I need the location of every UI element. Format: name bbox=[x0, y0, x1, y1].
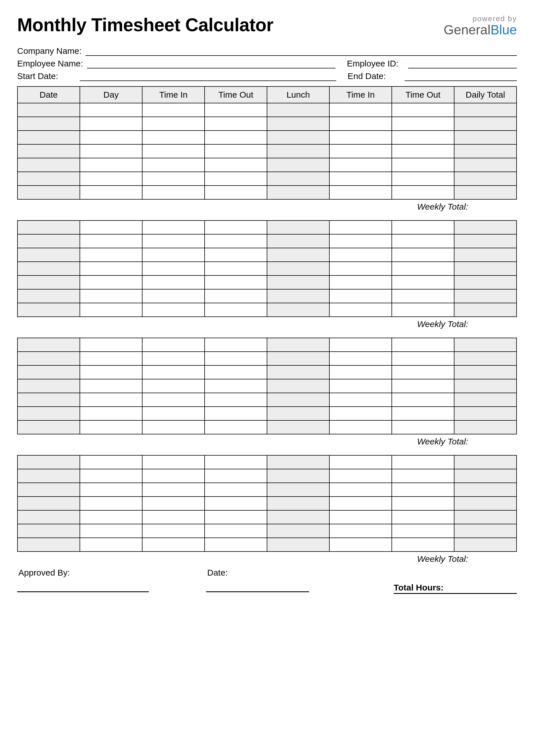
table-cell[interactable] bbox=[80, 117, 142, 131]
table-cell[interactable] bbox=[142, 289, 205, 303]
table-cell[interactable] bbox=[17, 262, 80, 276]
table-cell[interactable] bbox=[267, 338, 329, 352]
table-cell[interactable] bbox=[392, 510, 454, 524]
table-cell[interactable] bbox=[454, 117, 517, 131]
table-cell[interactable] bbox=[267, 248, 329, 262]
table-cell[interactable] bbox=[205, 365, 267, 379]
table-cell[interactable] bbox=[205, 262, 267, 276]
table-cell[interactable] bbox=[267, 144, 329, 158]
company-name-field[interactable] bbox=[86, 47, 517, 56]
table-cell[interactable] bbox=[17, 289, 80, 303]
table-cell[interactable] bbox=[392, 144, 454, 158]
table-cell[interactable] bbox=[142, 510, 205, 524]
table-cell[interactable] bbox=[17, 131, 80, 144]
table-cell[interactable] bbox=[392, 303, 454, 317]
table-cell[interactable] bbox=[80, 524, 142, 538]
table-cell[interactable] bbox=[329, 393, 392, 407]
table-cell[interactable] bbox=[392, 469, 454, 483]
table-cell[interactable] bbox=[392, 365, 454, 379]
table-cell[interactable] bbox=[454, 538, 517, 552]
footer-date-line[interactable] bbox=[206, 591, 309, 592]
table-cell[interactable] bbox=[454, 221, 517, 234]
table-cell[interactable] bbox=[267, 117, 329, 131]
table-cell[interactable] bbox=[267, 186, 329, 199]
total-hours-field[interactable] bbox=[445, 585, 517, 594]
table-cell[interactable] bbox=[267, 365, 329, 379]
table-cell[interactable] bbox=[142, 379, 205, 393]
table-cell[interactable] bbox=[329, 103, 392, 117]
table-cell[interactable] bbox=[329, 144, 392, 158]
table-cell[interactable] bbox=[454, 469, 517, 483]
table-cell[interactable] bbox=[267, 379, 329, 393]
table-cell[interactable] bbox=[392, 483, 454, 497]
table-cell[interactable] bbox=[329, 186, 392, 199]
table-cell[interactable] bbox=[142, 393, 205, 407]
table-cell[interactable] bbox=[142, 365, 205, 379]
table-cell[interactable] bbox=[329, 248, 392, 262]
table-cell[interactable] bbox=[142, 420, 205, 434]
table-cell[interactable] bbox=[267, 172, 329, 186]
table-cell[interactable] bbox=[205, 352, 267, 365]
table-cell[interactable] bbox=[329, 455, 392, 469]
table-cell[interactable] bbox=[17, 483, 80, 497]
table-cell[interactable] bbox=[17, 352, 80, 365]
table-cell[interactable] bbox=[80, 103, 142, 117]
table-cell[interactable] bbox=[80, 289, 142, 303]
table-cell[interactable] bbox=[80, 407, 142, 420]
table-cell[interactable] bbox=[329, 172, 392, 186]
table-cell[interactable] bbox=[329, 365, 392, 379]
table-cell[interactable] bbox=[17, 303, 80, 317]
table-cell[interactable] bbox=[329, 131, 392, 144]
table-cell[interactable] bbox=[142, 117, 205, 131]
table-cell[interactable] bbox=[17, 510, 80, 524]
table-cell[interactable] bbox=[205, 131, 267, 144]
table-cell[interactable] bbox=[329, 117, 392, 131]
table-cell[interactable] bbox=[80, 365, 142, 379]
table-cell[interactable] bbox=[267, 276, 329, 289]
table-cell[interactable] bbox=[454, 289, 517, 303]
table-cell[interactable] bbox=[142, 158, 205, 172]
table-cell[interactable] bbox=[17, 407, 80, 420]
employee-name-field[interactable] bbox=[87, 60, 335, 68]
table-cell[interactable] bbox=[80, 234, 142, 248]
table-cell[interactable] bbox=[267, 524, 329, 538]
table-cell[interactable] bbox=[454, 365, 517, 379]
table-cell[interactable] bbox=[329, 497, 392, 510]
table-cell[interactable] bbox=[205, 379, 267, 393]
table-cell[interactable] bbox=[205, 420, 267, 434]
table-cell[interactable] bbox=[267, 407, 329, 420]
table-cell[interactable] bbox=[267, 455, 329, 469]
table-cell[interactable] bbox=[267, 158, 329, 172]
table-cell[interactable] bbox=[142, 131, 205, 144]
table-cell[interactable] bbox=[80, 538, 142, 552]
table-cell[interactable] bbox=[80, 248, 142, 262]
table-cell[interactable] bbox=[142, 144, 205, 158]
table-cell[interactable] bbox=[17, 117, 80, 131]
table-cell[interactable] bbox=[392, 407, 454, 420]
table-cell[interactable] bbox=[454, 248, 517, 262]
table-cell[interactable] bbox=[205, 510, 267, 524]
table-cell[interactable] bbox=[142, 524, 205, 538]
end-date-field[interactable] bbox=[405, 72, 517, 81]
table-cell[interactable] bbox=[392, 117, 454, 131]
table-cell[interactable] bbox=[329, 483, 392, 497]
table-cell[interactable] bbox=[17, 469, 80, 483]
table-cell[interactable] bbox=[392, 234, 454, 248]
table-cell[interactable] bbox=[329, 379, 392, 393]
table-cell[interactable] bbox=[454, 144, 517, 158]
table-cell[interactable] bbox=[454, 276, 517, 289]
table-cell[interactable] bbox=[454, 497, 517, 510]
table-cell[interactable] bbox=[80, 144, 142, 158]
table-cell[interactable] bbox=[205, 407, 267, 420]
table-cell[interactable] bbox=[267, 469, 329, 483]
table-cell[interactable] bbox=[17, 524, 80, 538]
table-cell[interactable] bbox=[17, 172, 80, 186]
table-cell[interactable] bbox=[80, 338, 142, 352]
table-cell[interactable] bbox=[267, 510, 329, 524]
table-cell[interactable] bbox=[392, 276, 454, 289]
table-cell[interactable] bbox=[267, 420, 329, 434]
table-cell[interactable] bbox=[80, 303, 142, 317]
table-cell[interactable] bbox=[205, 289, 267, 303]
table-cell[interactable] bbox=[17, 338, 80, 352]
table-cell[interactable] bbox=[392, 379, 454, 393]
